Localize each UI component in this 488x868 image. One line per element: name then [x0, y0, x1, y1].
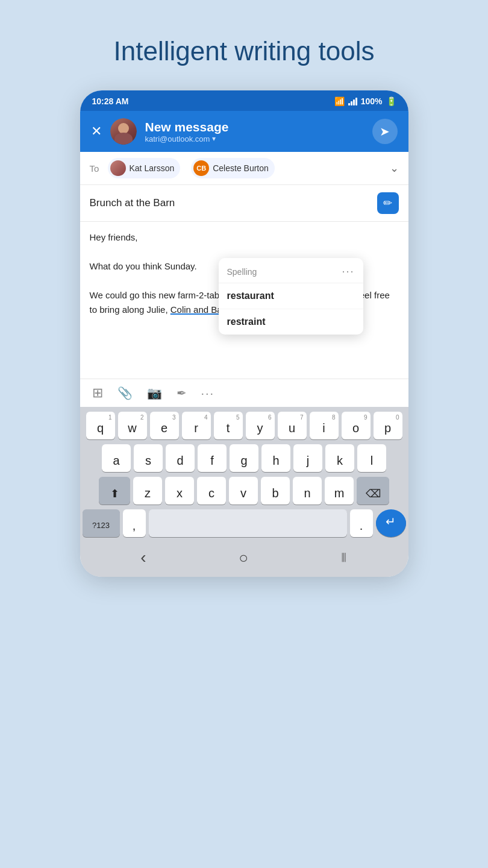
paperclip-icon[interactable]: 📎: [117, 386, 133, 400]
status-time: 10:28 AM: [92, 96, 129, 106]
home-button[interactable]: ○: [239, 549, 248, 567]
key-o[interactable]: 9o: [342, 412, 371, 439]
key-y[interactable]: 6y: [246, 412, 275, 439]
key-q[interactable]: 1q: [86, 412, 115, 439]
keyboard-row-1: 1q 2w 3e 4r 5t 6y 7u 8i 9o 0p: [83, 412, 406, 439]
shift-key[interactable]: ⬆: [99, 477, 130, 505]
body-area[interactable]: Hey friends, What do you think Sunday. W…: [80, 222, 408, 379]
spelling-more-button[interactable]: ···: [342, 265, 354, 278]
spelling-suggestion-2[interactable]: restraint: [219, 309, 363, 335]
battery-label: 100%: [361, 96, 383, 106]
period-key[interactable]: .: [350, 509, 373, 537]
attach-image-icon[interactable]: ⊞: [92, 385, 103, 401]
spelling-title: Spelling: [227, 267, 257, 277]
to-label: To: [90, 163, 102, 174]
phone-frame: 10:28 AM 📶 100% 🔋 ✕ New message katri@: [80, 90, 408, 577]
coach-button[interactable]: ✏: [377, 192, 399, 214]
status-icons: 📶 100% 🔋: [334, 96, 396, 106]
header-text: New message katri@outlook.com ▾: [145, 120, 364, 143]
kat-name: Kat Larsson: [130, 163, 175, 173]
key-l[interactable]: l: [357, 444, 386, 472]
to-field: To Kat Larsson CB Celeste Burton ⌄: [80, 152, 408, 185]
sender-avatar: [110, 118, 137, 145]
enter-key[interactable]: ↵: [376, 509, 406, 537]
subject-field: Brunch at the Barn ✏: [80, 185, 408, 222]
key-m[interactable]: m: [325, 477, 354, 505]
key-n[interactable]: n: [293, 477, 322, 505]
keyboard-row-2: a s d f g h j k l: [83, 444, 406, 472]
key-k[interactable]: k: [325, 444, 354, 472]
celeste-name: Celeste Burton: [213, 163, 269, 173]
camera-icon[interactable]: 📷: [147, 386, 162, 400]
key-g[interactable]: g: [230, 444, 258, 472]
back-button[interactable]: ‹: [140, 548, 146, 567]
recipients-dropdown[interactable]: ⌄: [390, 162, 399, 175]
spelling-popup: Spelling ··· restaurant restraint: [219, 258, 363, 335]
key-w[interactable]: 2w: [118, 412, 147, 439]
nav-bar: ‹ ○ ⦀: [83, 542, 406, 577]
key-v[interactable]: v: [229, 477, 258, 505]
key-f[interactable]: f: [198, 444, 227, 472]
pen-icon[interactable]: ✒: [177, 386, 187, 400]
key-i[interactable]: 8i: [310, 412, 339, 439]
numbers-key[interactable]: ?123: [83, 509, 120, 537]
close-button[interactable]: ✕: [91, 124, 102, 139]
key-a[interactable]: a: [102, 444, 131, 472]
key-c[interactable]: c: [197, 477, 226, 505]
key-z[interactable]: z: [133, 477, 162, 505]
celeste-avatar: CB: [193, 160, 209, 176]
page-title: Intelligent writing tools: [114, 36, 375, 66]
spelling-header: Spelling ···: [219, 258, 363, 283]
key-h[interactable]: h: [261, 444, 290, 472]
key-x[interactable]: x: [165, 477, 194, 505]
compose-toolbar: ⊞ 📎 📷 ✒ ···: [80, 379, 408, 407]
key-p[interactable]: 0p: [374, 412, 402, 439]
battery-icon: 🔋: [386, 96, 396, 106]
backspace-key[interactable]: ⌫: [357, 477, 389, 505]
email-account: katri@outlook.com ▾: [145, 134, 364, 143]
send-button[interactable]: ➤: [372, 119, 398, 144]
more-icon[interactable]: ···: [201, 386, 215, 400]
key-u[interactable]: 7u: [278, 412, 307, 439]
status-bar: 10:28 AM 📶 100% 🔋: [80, 90, 408, 111]
kat-avatar: [110, 160, 126, 176]
key-r[interactable]: 4r: [182, 412, 211, 439]
keyboard-row-4: ?123 , . ↵: [83, 509, 406, 537]
email-header-title: New message: [145, 120, 364, 134]
key-d[interactable]: d: [166, 444, 195, 472]
keyboard[interactable]: 1q 2w 3e 4r 5t 6y 7u 8i 9o 0p a s d f g …: [80, 407, 408, 577]
key-e[interactable]: 3e: [150, 412, 179, 439]
key-s[interactable]: s: [134, 444, 163, 472]
recipient-celeste[interactable]: CB Celeste Burton: [191, 158, 275, 178]
key-j[interactable]: j: [293, 444, 322, 472]
key-t[interactable]: 5t: [214, 412, 243, 439]
email-header: ✕ New message katri@outlook.com ▾ ➤: [80, 111, 408, 152]
space-key[interactable]: [149, 509, 347, 537]
comma-key[interactable]: ,: [123, 509, 146, 537]
send-icon: ➤: [380, 124, 390, 139]
spelling-suggestion-1[interactable]: restaurant: [219, 283, 363, 309]
subject-text: Brunch at the Barn: [90, 197, 377, 209]
wifi-icon: 📶: [334, 96, 345, 106]
recipient-kat[interactable]: Kat Larsson: [108, 158, 181, 178]
coach-icon: ✏: [383, 197, 392, 210]
key-b[interactable]: b: [261, 477, 290, 505]
recents-button[interactable]: ⦀: [341, 550, 348, 565]
keyboard-row-3: ⬆ z x c v b n m ⌫: [83, 477, 406, 505]
signal-icon: [348, 98, 357, 105]
